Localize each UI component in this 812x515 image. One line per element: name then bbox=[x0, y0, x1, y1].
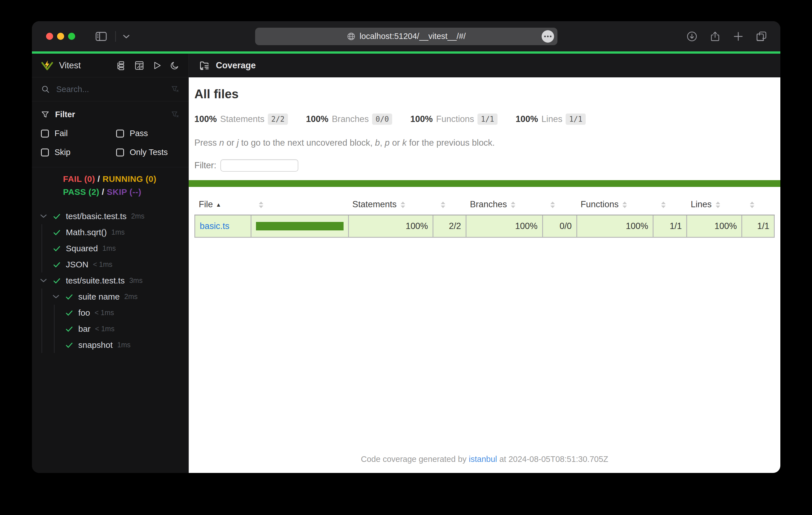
tree-indent-guide bbox=[40, 224, 52, 240]
dark-mode-icon[interactable] bbox=[170, 61, 179, 70]
sort-ascending-icon: ▲ bbox=[215, 202, 221, 208]
fraction-cell: 1/1 bbox=[742, 215, 775, 238]
test-name: test/suite.test.ts bbox=[66, 276, 124, 285]
tree-item[interactable]: Squared1ms bbox=[32, 240, 188, 256]
metric-label: Statements bbox=[220, 114, 264, 124]
filter-option-pass[interactable]: Pass bbox=[116, 129, 179, 138]
metric-percent: 100% bbox=[516, 114, 538, 124]
pass-check-icon bbox=[65, 340, 74, 350]
coverage-summary: 100%Statements2/2100%Branches0/0100%Func… bbox=[194, 114, 775, 125]
test-duration: 1ms bbox=[111, 228, 124, 236]
column-header-sorter[interactable] bbox=[543, 194, 577, 215]
clear-filter-icon[interactable] bbox=[171, 111, 179, 119]
test-name: snapshot bbox=[78, 340, 113, 350]
new-tab-button[interactable] bbox=[732, 30, 744, 42]
checkbox[interactable] bbox=[41, 130, 49, 138]
sort-icon[interactable] bbox=[622, 202, 627, 208]
sort-icon[interactable] bbox=[716, 202, 720, 208]
filter-title: Filter bbox=[55, 110, 75, 119]
table-filter-input[interactable] bbox=[221, 159, 298, 172]
search-icon bbox=[41, 85, 50, 94]
filter-option-skip[interactable]: Skip bbox=[41, 148, 116, 157]
tree-item[interactable]: test/basic.test.ts2ms bbox=[32, 208, 188, 224]
tree-item[interactable]: foo< 1ms bbox=[32, 305, 188, 321]
tree-indent-guide bbox=[40, 321, 52, 337]
tree-indent-guide bbox=[40, 256, 52, 272]
app-title: Vitest bbox=[59, 60, 81, 70]
zoom-window-button[interactable] bbox=[68, 33, 75, 40]
chevron-down-icon[interactable] bbox=[40, 278, 52, 283]
chevron-down-icon[interactable] bbox=[52, 294, 65, 299]
checkbox[interactable] bbox=[41, 149, 49, 156]
column-header-branches[interactable]: Branches bbox=[466, 194, 543, 215]
search-input[interactable] bbox=[56, 85, 171, 94]
sort-icon[interactable] bbox=[259, 202, 263, 208]
column-header-statements[interactable]: Statements bbox=[348, 194, 433, 215]
lines-cell: 100% bbox=[687, 215, 742, 238]
chevron-down-icon[interactable] bbox=[123, 34, 130, 39]
file-link[interactable]: basic.ts bbox=[200, 221, 229, 231]
tree-item[interactable]: test/suite.test.ts3ms bbox=[32, 272, 188, 289]
sort-icon[interactable] bbox=[550, 202, 555, 208]
main-panel: Coverage All files 100%Statements2/2100%… bbox=[189, 54, 780, 473]
filter-option-fail[interactable]: Fail bbox=[41, 129, 116, 138]
metric-label: Branches bbox=[332, 114, 369, 124]
column-header-sorter[interactable] bbox=[251, 194, 348, 215]
test-tree: test/basic.test.ts2msMath.sqrt()1msSquar… bbox=[32, 208, 188, 353]
browser-window: localhost:51204/__vitest__/#/ bbox=[32, 21, 780, 473]
column-header-sorter[interactable] bbox=[742, 194, 775, 215]
metric-fraction-badge: 2/2 bbox=[268, 114, 288, 125]
address-bar[interactable]: localhost:51204/__vitest__/#/ bbox=[255, 28, 557, 45]
sort-icon[interactable] bbox=[661, 202, 666, 208]
checkbox[interactable] bbox=[116, 149, 124, 156]
vitest-progress-bar bbox=[32, 51, 780, 54]
fraction-cell: 0/0 bbox=[543, 215, 577, 238]
column-header-sorter[interactable] bbox=[433, 194, 466, 215]
tree-view-icon[interactable] bbox=[116, 60, 126, 70]
sort-icon[interactable] bbox=[441, 202, 445, 208]
minimize-window-button[interactable] bbox=[57, 33, 64, 40]
checkbox[interactable] bbox=[116, 130, 124, 138]
funnel-icon bbox=[41, 111, 50, 119]
column-header-functions[interactable]: Functions bbox=[577, 194, 653, 215]
pass-check-icon bbox=[65, 325, 74, 333]
share-button[interactable] bbox=[709, 30, 721, 42]
skip-count: SKIP (--) bbox=[107, 187, 141, 196]
column-header-lines[interactable]: Lines bbox=[687, 194, 742, 215]
column-header-file[interactable]: File▲ bbox=[195, 194, 251, 215]
pass-check-icon bbox=[52, 276, 61, 285]
close-window-button[interactable] bbox=[46, 33, 53, 40]
fail-count: FAIL (0) bbox=[63, 174, 95, 184]
test-name: test/basic.test.ts bbox=[66, 211, 126, 221]
downloads-button[interactable] bbox=[686, 30, 698, 42]
tree-item[interactable]: JSON< 1ms bbox=[32, 256, 188, 272]
report-footer: Code coverage generated by istanbul at 2… bbox=[194, 449, 775, 468]
tree-indent-guide bbox=[40, 337, 52, 353]
page-settings-button[interactable] bbox=[542, 30, 554, 42]
traffic-lights bbox=[46, 33, 75, 40]
sort-icon[interactable] bbox=[750, 202, 754, 208]
tab-overview-button[interactable] bbox=[755, 30, 767, 42]
dashboard-icon[interactable] bbox=[134, 60, 144, 70]
filter-option-only-tests[interactable]: Only Tests bbox=[116, 148, 179, 157]
functions-cell: 100% bbox=[577, 215, 653, 238]
column-header-sorter[interactable] bbox=[653, 194, 687, 215]
chevron-down-icon[interactable] bbox=[40, 214, 52, 219]
tree-item[interactable]: suite name2ms bbox=[32, 289, 188, 305]
clear-search-filter-icon[interactable] bbox=[171, 85, 179, 93]
sidebar-toggle-icon[interactable] bbox=[95, 31, 107, 41]
pass-check-icon bbox=[52, 212, 61, 221]
coverage-bar bbox=[256, 222, 344, 231]
tree-item[interactable]: bar< 1ms bbox=[32, 321, 188, 337]
istanbul-link[interactable]: istanbul bbox=[469, 455, 497, 464]
run-all-icon[interactable] bbox=[152, 61, 162, 70]
tree-item[interactable]: Math.sqrt()1ms bbox=[32, 224, 188, 240]
desktop-background: localhost:51204/__vitest__/#/ bbox=[0, 0, 812, 515]
metric-percent: 100% bbox=[306, 114, 328, 124]
sort-icon[interactable] bbox=[511, 202, 515, 208]
coverage-bar-fill bbox=[256, 222, 344, 231]
test-name: bar bbox=[78, 324, 90, 334]
tree-item[interactable]: snapshot1ms bbox=[32, 337, 188, 353]
sort-icon[interactable] bbox=[401, 202, 405, 208]
tree-indent-guide bbox=[40, 289, 52, 305]
